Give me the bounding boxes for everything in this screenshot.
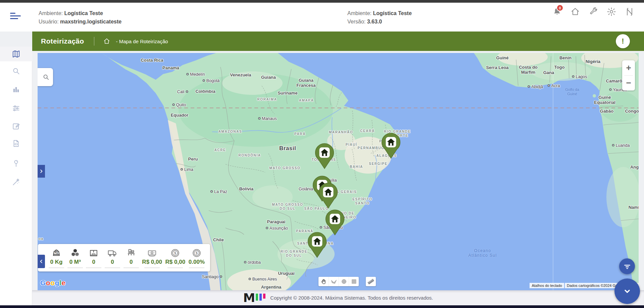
svg-text:$: $ (174, 251, 176, 255)
sidebar-item-edit[interactable] (0, 119, 32, 134)
ambiente-label: Ambiente: (39, 10, 63, 16)
map-marker-home-pin[interactable] (310, 233, 324, 250)
polygon-tool-button[interactable] (329, 277, 339, 286)
stat-item-pallet: 0 (123, 248, 139, 268)
google-logo: Google (40, 279, 65, 287)
circle-icon (340, 278, 348, 286)
sidebar-item-code-file[interactable] (0, 136, 32, 151)
route-stats-panel: Kg0 Kg0 M³000R$ 0,00$R$ 0,00$0.00% (38, 244, 210, 271)
logo-bar (263, 294, 265, 299)
map-marker-home-pin[interactable] (328, 210, 342, 228)
sidebar-item-bar-chart[interactable] (0, 82, 32, 97)
search-icon (12, 67, 20, 75)
map-search-button[interactable] (38, 68, 53, 86)
logo-bar (256, 294, 258, 301)
map-marker-home-pin[interactable] (318, 144, 331, 162)
weight-icon: Kg (51, 248, 62, 258)
module-nav-bar: Roteirização - Mapa de Roteirização ! (32, 32, 644, 51)
bottom-border-line (0, 305, 644, 308)
svg-text:Kg: Kg (55, 251, 58, 254)
ruler-tool-button[interactable] (366, 277, 376, 286)
hand-icon (319, 278, 328, 286)
stat-underline (67, 267, 83, 268)
coin-icon: $ (191, 248, 202, 258)
sidebar-item-sliders[interactable] (0, 101, 32, 116)
usuario-value: maxstring.logisticateste (60, 19, 121, 24)
expand-down-fab-button[interactable] (614, 279, 640, 304)
sidebar-item-map[interactable] (0, 47, 32, 61)
map-icon (12, 50, 20, 58)
bell-icon[interactable]: 0 (552, 7, 562, 17)
maxima-logo-letter: M (243, 293, 255, 303)
stat-value: R$ 0,00 (142, 259, 162, 265)
chevron-down-icon (622, 286, 633, 297)
stat-value: 0 (92, 259, 95, 265)
breadcrumb: - Mapa de Roteirização (116, 39, 168, 44)
environment-version-info: Ambiente: Logística Teste Versão: 3.63.0 (347, 9, 412, 26)
zoom-in-button[interactable]: + (622, 60, 635, 75)
stat-value: 0 M³ (69, 259, 81, 265)
panel-expand-tab[interactable] (38, 165, 45, 178)
sidebar-item-magic-wand[interactable] (0, 175, 32, 189)
sliders-icon (12, 104, 20, 113)
stat-value: R$ 0,00 (165, 259, 186, 265)
hand-tool-button[interactable] (318, 277, 329, 286)
rectangle-tool-button[interactable] (349, 277, 359, 286)
coin-icon: $ (170, 248, 181, 258)
stat-underline (189, 267, 204, 268)
alert-button[interactable]: ! (616, 34, 630, 48)
environment-user-info: Ambiente: Logística Teste Usuário: maxst… (39, 9, 121, 26)
panel-collapse-tab[interactable] (38, 255, 45, 268)
rectangle-icon (350, 278, 358, 286)
map-marker-home-pin[interactable] (384, 134, 398, 151)
footer: M Copyright © 2008-2024. Máxima Sistemas… (32, 290, 644, 305)
stat-value: 0 (111, 259, 114, 265)
logo-bar (259, 294, 262, 301)
stat-underline (167, 267, 183, 268)
cubes-icon (70, 248, 81, 258)
ambiente-label: Ambiente: (347, 10, 371, 16)
wrench-icon[interactable] (588, 7, 598, 17)
hamburger-menu-icon[interactable] (10, 13, 21, 21)
stat-item-coin: $R$ 0,00 (165, 248, 186, 268)
keyboard-shortcuts-link[interactable]: Atalhos do teclado (530, 283, 564, 288)
filter-fab-button[interactable] (619, 258, 635, 274)
nav-divider (94, 37, 94, 46)
stat-value: 0 Kg (50, 259, 63, 265)
ruler-icon (367, 278, 375, 286)
box-icon (88, 248, 99, 258)
versao-value: 3.63.0 (367, 19, 382, 24)
n-logo-icon[interactable] (625, 7, 635, 17)
sidebar-item-search[interactable] (0, 64, 32, 78)
code-file-icon (12, 139, 20, 148)
stat-item-cubes: 0 M³ (67, 248, 83, 268)
sidebar (0, 51, 32, 308)
pallet-icon (126, 248, 137, 258)
notification-badge: 0 (556, 4, 563, 11)
home-icon[interactable] (570, 7, 580, 17)
magic-wand-icon (12, 178, 20, 186)
stat-item-weight: Kg0 Kg (49, 248, 64, 268)
zoom-out-button[interactable]: − (622, 76, 635, 91)
map-marker-home-pin[interactable] (321, 184, 335, 201)
stat-item-banknote: R$ 0,00 (142, 248, 162, 268)
stat-item-truck: 0 (105, 248, 120, 268)
maxima-logo: M (243, 293, 266, 303)
circle-tool-button[interactable] (339, 277, 349, 286)
copyright-text: Copyright © 2008-2024. Máxima Sistemas. … (270, 295, 433, 301)
versao-label: Versão: (347, 19, 365, 24)
home-breadcrumb-icon[interactable] (103, 38, 110, 45)
stat-item-coin: $0.00% (189, 248, 205, 268)
stat-value: 0.00% (189, 259, 205, 265)
app-header: Ambiente: Logística Teste Usuário: maxst… (0, 3, 644, 32)
map-canvas[interactable]: Costa RicaPanamáMedelínBogotáVenezuelaGu… (38, 53, 639, 290)
sidebar-item-pin[interactable] (0, 156, 32, 171)
ambiente-value: Logística Teste (64, 10, 103, 16)
stat-underline (105, 267, 120, 268)
filter-icon (623, 262, 632, 271)
window-top-strip (0, 0, 644, 3)
page-title: Roteirização (32, 37, 94, 45)
stat-underline (144, 267, 160, 268)
stat-underline (86, 267, 101, 268)
gear-icon[interactable] (606, 7, 616, 17)
